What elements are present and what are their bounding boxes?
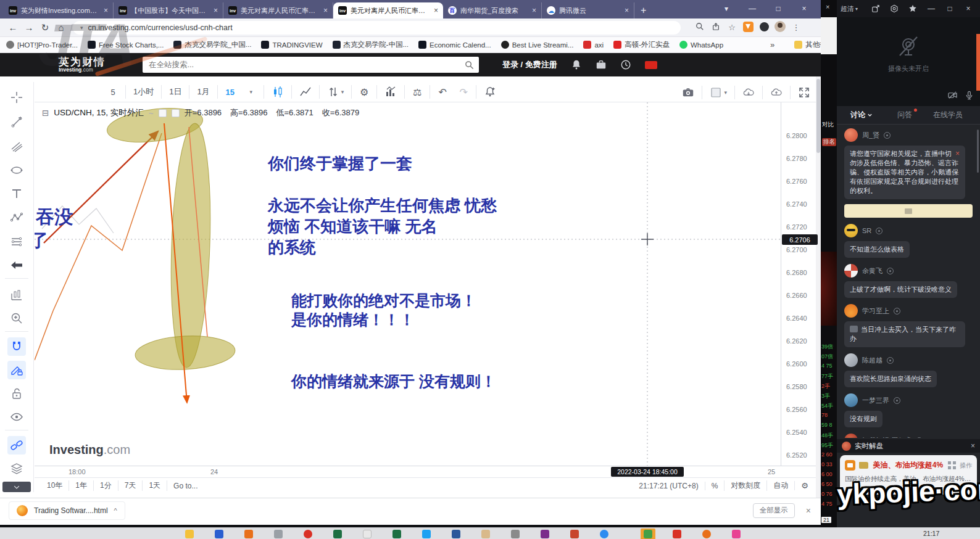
bookmark-item[interactable]: axi	[583, 41, 604, 49]
new-tab-button[interactable]: +	[641, 5, 646, 16]
back-button[interactable]: ←	[5, 22, 21, 33]
price-axis[interactable]: 6.2800 6.2780 6.2760 6.2740 6.2720 6.270…	[781, 102, 821, 466]
chat-list[interactable]: 周_贤 × 请您遵守国家相关规定，直播中切勿涉及低俗色情、暴力恐怖、谣言诈骗、侵…	[837, 125, 980, 438]
interval-1d[interactable]: 1日	[164, 84, 187, 100]
notifications-bell-icon[interactable]	[571, 59, 582, 70]
metamask-extension-icon[interactable]	[740, 22, 756, 34]
tab-online-students[interactable]: 在线学员	[933, 110, 963, 120]
tab-close-icon[interactable]: ×	[532, 6, 536, 15]
collapse-legend-icon[interactable]: ⊟	[42, 108, 49, 118]
bookmark-item[interactable]: Free Stock Charts,...	[88, 41, 164, 49]
line-chart-icon[interactable]	[294, 84, 317, 100]
link-tool-icon[interactable]	[7, 436, 26, 455]
tab-close-icon[interactable]: ×	[104, 6, 108, 15]
download-item[interactable]: Trading Softwar....html ^	[9, 501, 125, 520]
alert-bell-icon[interactable]	[478, 84, 502, 100]
download-caret-icon[interactable]: ^	[114, 507, 117, 514]
legend-caret[interactable]: ~	[149, 109, 154, 118]
tab-china-stocks[interactable]: inv 【中国股市】今天中国股票行 ×	[114, 2, 223, 19]
pattern-tool-icon[interactable]	[7, 208, 26, 227]
percent-scale-toggle[interactable]: %	[705, 482, 725, 490]
object-tree-layers-icon[interactable]	[7, 459, 26, 478]
address-field[interactable]: ▾ cn.investing.com/currencies/usd-cnh-ch…	[73, 21, 681, 35]
close-button[interactable]: ×	[791, 4, 817, 13]
tab-discussion[interactable]: 讨论	[850, 110, 873, 120]
tab-weiyun[interactable]: ☁ 腾讯微云 ×	[542, 2, 634, 19]
zoom-in-tool-icon[interactable]	[7, 309, 26, 327]
unlock-tool-icon[interactable]	[7, 384, 26, 403]
arrow-marker-tool-icon[interactable]	[7, 256, 26, 274]
range-10y[interactable]: 10年	[41, 480, 69, 491]
magnet-tool-icon[interactable]	[7, 337, 26, 356]
chart-plot-area[interactable]: ⊟ USD/CNH, 15, 实时外汇 ~ 开=6.3896 高=6.3896 …	[35, 102, 781, 466]
panel-minimize-icon[interactable]: —	[922, 4, 941, 13]
panel-restore-icon[interactable]: □	[941, 4, 959, 13]
compare-instrument-icon[interactable]: ▾	[322, 84, 350, 100]
bookmark-star-icon[interactable]: ☆	[724, 23, 740, 32]
bookmarks-overflow[interactable]: »	[770, 40, 774, 49]
taskbar-app-icon[interactable]	[644, 530, 652, 538]
indicators-icon[interactable]	[379, 84, 402, 100]
taskbar-app-icon[interactable]	[185, 530, 194, 538]
layout-select-icon[interactable]: ▾	[704, 84, 733, 101]
forecast-tool-icon[interactable]	[7, 232, 26, 251]
toolbar-collapse-chevron-icon[interactable]	[2, 482, 31, 492]
tab-usdcnh-active[interactable]: inv 美元对离岸人民币汇率走势图 ×	[333, 2, 443, 19]
fib-tool-icon[interactable]	[7, 137, 26, 155]
range-1min[interactable]: 1分	[94, 480, 118, 491]
maximize-button[interactable]: □	[765, 4, 791, 13]
panel-settings-icon[interactable]	[885, 4, 903, 14]
range-1y[interactable]: 1年	[69, 480, 94, 491]
bookmark-item[interactable]: WhatsApp	[679, 41, 723, 49]
fullscreen-icon[interactable]	[792, 84, 816, 101]
drawing-lock-tool-icon[interactable]	[7, 361, 26, 379]
interval-1h[interactable]: 1小时	[128, 84, 159, 100]
range-1d[interactable]: 1天	[143, 480, 167, 491]
page-scrollbar[interactable]	[816, 76, 821, 498]
browser-menu-icon[interactable]: ⋮	[788, 23, 804, 32]
auto-scale-toggle[interactable]: 自动	[766, 480, 794, 491]
portfolio-icon[interactable]	[596, 59, 607, 70]
legend-quick-icon[interactable]	[172, 109, 180, 117]
interval-1m[interactable]: 1月	[191, 84, 215, 100]
taskbar-app-icon[interactable]	[702, 530, 711, 538]
snapshot-camera-icon[interactable]	[676, 84, 700, 101]
chart-settings-gear-icon[interactable]: ⚙	[354, 84, 375, 100]
bookmark-item[interactable]: 杰克交易学院-中国...	[333, 40, 409, 49]
load-layout-cloud-icon[interactable]	[737, 84, 760, 101]
taskbar-app-icon[interactable]	[215, 530, 223, 538]
chat-scrollbar[interactable]	[977, 130, 979, 173]
taskbar-app-icon[interactable]	[541, 530, 549, 538]
taskbar-app-icon[interactable]	[452, 530, 460, 538]
tab-close-icon[interactable]: ×	[323, 6, 328, 15]
time-axis[interactable]: 18:00 24 25 2022-03-24 18:45:00	[35, 466, 821, 477]
bookmark-item[interactable]: Best Live Streami...	[501, 41, 574, 49]
taskbar-app-icon[interactable]	[570, 530, 579, 538]
taskbar-app-icon[interactable]	[333, 530, 342, 538]
pinned-banner[interactable]	[844, 204, 973, 218]
go-to-date[interactable]: Go to...	[167, 482, 204, 490]
search-icon[interactable]	[465, 60, 474, 70]
log-scale-toggle[interactable]: 对数刻度	[724, 480, 766, 491]
compare-scales-icon[interactable]: ⚖	[407, 84, 428, 100]
bar-pattern-tool-icon[interactable]	[7, 286, 26, 304]
site-search-input[interactable]	[147, 60, 465, 70]
axis-settings-gear-icon[interactable]: ⚙	[794, 481, 815, 490]
recent-clock-icon[interactable]	[620, 59, 631, 70]
candlestick-style-icon[interactable]	[266, 84, 289, 100]
taskbar-app-icon[interactable]	[244, 530, 253, 538]
taskbar-app-icon[interactable]	[600, 530, 608, 538]
taskbar-app-icon[interactable]	[422, 530, 431, 538]
video-camera-toggle-icon[interactable]	[948, 91, 957, 102]
tab-close-icon[interactable]: ×	[434, 6, 438, 15]
reload-button[interactable]: ↻	[37, 22, 53, 33]
interval-5[interactable]: 5	[102, 84, 123, 100]
tab-search-icon[interactable]: ▾	[713, 4, 739, 13]
language-flag-icon[interactable]	[645, 61, 657, 69]
shape-tool-icon[interactable]	[7, 161, 26, 179]
taskbar-app-icon[interactable]	[673, 530, 681, 538]
profile-avatar[interactable]	[772, 21, 788, 34]
microphone-icon[interactable]	[965, 91, 974, 102]
site-logo[interactable]: 英为财情 Investing.com	[59, 57, 106, 73]
login-link[interactable]: 登录 / 免费注册	[502, 59, 557, 70]
